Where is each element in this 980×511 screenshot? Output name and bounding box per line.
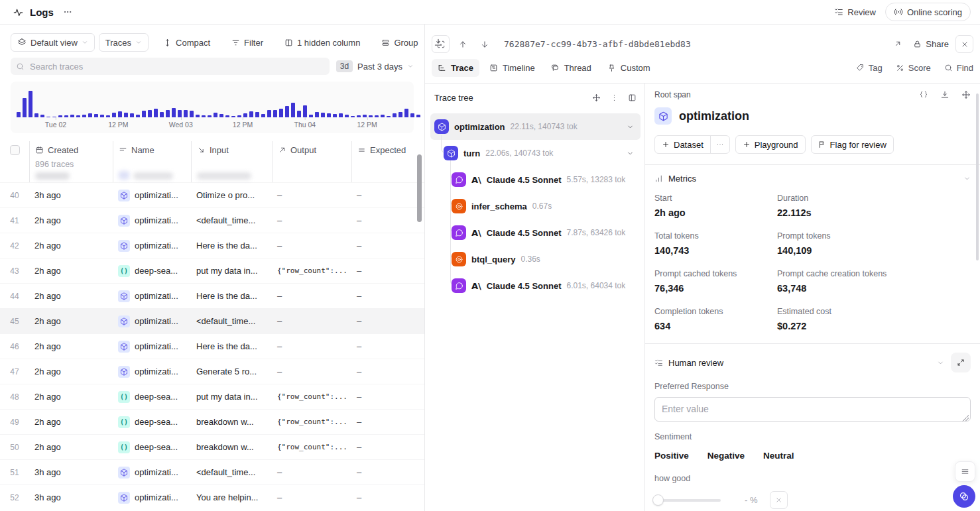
table-row[interactable]: 442h agooptimizati...Here is the da...––: [0, 283, 424, 308]
collapse-panel-button[interactable]: [628, 93, 637, 102]
trace-span-row[interactable]: btql_query0.36s: [430, 246, 641, 272]
traces-selector[interactable]: Traces: [99, 33, 149, 52]
table-row[interactable]: 513h agooptimizati...<default_time...––: [0, 459, 424, 484]
sentiment-neutral-button[interactable]: Neutral: [763, 451, 794, 461]
metrics-section-header[interactable]: Metrics: [654, 165, 971, 192]
compact-toggle[interactable]: Compact: [156, 33, 217, 52]
group-button[interactable]: Group: [375, 33, 424, 52]
how-good-slider[interactable]: [654, 499, 721, 502]
focus-scan-button[interactable]: [432, 35, 450, 53]
prev-trace-button[interactable]: [454, 35, 471, 53]
histogram-bar: [208, 115, 212, 117]
next-trace-button[interactable]: [475, 35, 493, 53]
table-row[interactable]: 432h ago()deep-sea...put my data in...{"…: [0, 258, 424, 283]
flag-for-review-button[interactable]: Flag for review: [811, 135, 894, 154]
trace-span-row[interactable]: A\Claude 4.5 Sonnet5.57s, 13283 tok: [430, 166, 641, 193]
move-icon-button[interactable]: [592, 93, 601, 102]
table-row[interactable]: 403h agooptimizati...Otimize o pro...––: [0, 182, 424, 207]
trace-span-row[interactable]: infer_schema0.67s: [430, 193, 641, 219]
column-header-output[interactable]: Output: [272, 141, 351, 182]
chevron-down-icon[interactable]: [627, 150, 634, 157]
filter-icon: [231, 38, 240, 47]
trace-span-row[interactable]: A\Claude 4.5 Sonnet6.01s, 64034 tok: [430, 272, 641, 299]
table-row[interactable]: 422h agooptimizati...Here is the da...––: [0, 233, 424, 258]
table-row[interactable]: 492h ago()deep-sea...breakdown w...{"row…: [0, 409, 424, 434]
filter-button[interactable]: Filter: [225, 33, 270, 52]
add-to-dataset-split-button: Dataset: [654, 135, 730, 154]
move-span-button[interactable]: [961, 90, 971, 99]
table-row[interactable]: 472h agooptimizati...Generate 5 ro...––: [0, 359, 424, 384]
review-button[interactable]: Review: [834, 7, 876, 17]
histogram-bar: [29, 91, 32, 117]
trace-span-row[interactable]: optimization22.11s, 140743 tok: [430, 113, 641, 140]
braintrust-logo-button[interactable]: [953, 485, 975, 508]
view-selector[interactable]: Default view: [11, 33, 95, 52]
trace-span-row[interactable]: turn22.06s, 140743 tok: [430, 140, 641, 166]
floating-menu-button[interactable]: [955, 461, 975, 482]
input-cell: Generate 5 ro...: [191, 367, 272, 376]
created-cell: 2h ago: [29, 367, 113, 376]
span-meta: 5.57s, 13283 tok: [567, 175, 626, 184]
tab-thread[interactable]: Thread: [545, 59, 597, 77]
histogram-bar: [333, 114, 337, 117]
dataset-options-button[interactable]: [710, 136, 729, 153]
tab-trace[interactable]: Trace: [432, 59, 479, 77]
sentiment-positive-button[interactable]: Positive: [654, 451, 689, 461]
created-cell: 2h ago: [29, 316, 113, 326]
search-input[interactable]: Search traces: [11, 58, 330, 75]
tab-timeline[interactable]: Timeline: [483, 59, 541, 77]
online-scoring-button[interactable]: Online scoring: [885, 3, 971, 21]
find-button[interactable]: Find: [944, 63, 973, 73]
column-header-input[interactable]: Input: [191, 141, 272, 182]
column-header-expected[interactable]: Expected: [351, 141, 424, 182]
table-row[interactable]: 502h ago()deep-sea...breakdown w...{"row…: [0, 434, 424, 459]
table-row[interactable]: 452h agooptimizati...<default_time...––: [0, 308, 424, 333]
detail-scrollbar[interactable]: [976, 93, 979, 260]
more-menu-button[interactable]: [60, 5, 75, 19]
axis-tick-label: Wed 03: [169, 121, 193, 129]
trace-id: 762887e7-cc99-4b73-afbf-d8bde81ebd83: [504, 39, 885, 49]
resize-grip[interactable]: [962, 415, 969, 422]
table-row[interactable]: 482h ago()deep-sea...put my data in...{"…: [0, 384, 424, 409]
expand-review-button[interactable]: [951, 353, 971, 372]
json-view-button[interactable]: [919, 90, 928, 99]
histogram-bar: [291, 103, 295, 117]
search-icon: [944, 64, 953, 72]
hidden-columns-button[interactable]: 1 hidden column: [278, 33, 367, 52]
span-name: infer_schema: [471, 201, 527, 211]
sentiment-negative-button[interactable]: Negative: [707, 451, 745, 461]
expected-cell: –: [351, 215, 424, 225]
kebab-menu-button[interactable]: [610, 93, 619, 102]
input-cell: breakdown w...: [191, 442, 272, 452]
created-cell: 2h ago: [29, 442, 113, 452]
span-name-text: optimizati...: [135, 467, 178, 477]
tag-button[interactable]: Tag: [856, 63, 883, 73]
column-header-created[interactable]: Created 896 traces: [29, 141, 113, 182]
add-to-dataset-button[interactable]: Dataset: [655, 136, 710, 153]
share-button[interactable]: Share: [913, 39, 949, 49]
select-all-checkbox[interactable]: [10, 145, 20, 155]
histogram-bar: [315, 112, 319, 117]
trace-span-row[interactable]: A\Claude 4.5 Sonnet7.87s, 63426 tok: [430, 219, 641, 246]
calendar-icon: [35, 146, 44, 154]
table-row[interactable]: 462h agooptimizati...Here is the da...––: [0, 333, 424, 359]
download-span-button[interactable]: [940, 90, 949, 99]
table-scrollbar[interactable]: [417, 154, 422, 222]
preferred-response-input[interactable]: [654, 397, 971, 422]
time-range-selector[interactable]: 3d Past 3 days: [336, 60, 414, 72]
clear-score-button[interactable]: [770, 491, 788, 509]
score-button[interactable]: Score: [896, 63, 931, 73]
histogram-bar: [23, 98, 27, 117]
playground-button[interactable]: Playground: [735, 135, 806, 154]
human-review-section-header[interactable]: Human review: [654, 344, 971, 379]
open-full-button[interactable]: [888, 35, 906, 53]
tab-custom[interactable]: Custom: [601, 59, 656, 77]
slider-handle[interactable]: [652, 494, 664, 506]
row-number: 40: [0, 191, 29, 200]
close-panel-button[interactable]: [955, 35, 973, 53]
table-row[interactable]: 523h agooptimizati...You are helpin...––: [0, 484, 424, 510]
table-row[interactable]: 412h agooptimizati...<default_time...––: [0, 207, 424, 233]
chevron-down-icon[interactable]: [627, 123, 634, 131]
histogram-bar: [309, 115, 313, 117]
column-header-name[interactable]: Name: [113, 141, 191, 182]
